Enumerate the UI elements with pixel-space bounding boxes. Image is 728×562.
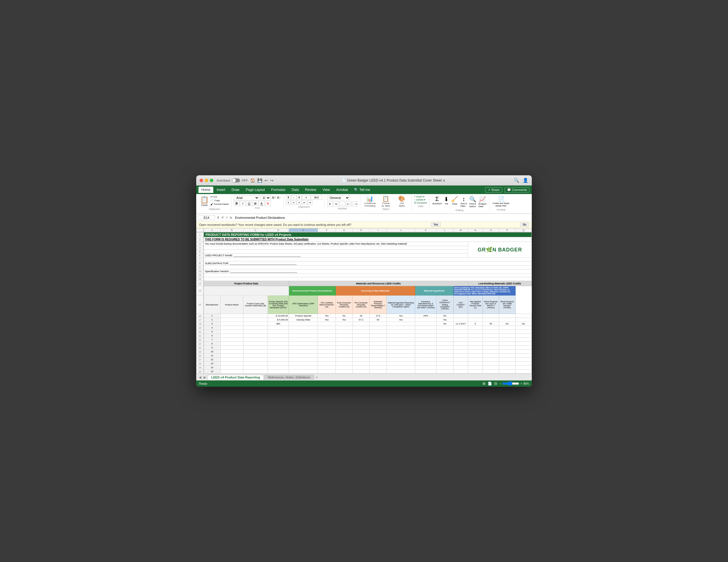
add-sheet-button[interactable]: + (315, 375, 319, 379)
tab-view[interactable]: View (320, 187, 333, 193)
item-3-post-consumer[interactable] (353, 322, 370, 326)
align-top-button[interactable]: ⬆ (286, 195, 291, 200)
item-2-epd-opt[interactable]: Yes (318, 318, 336, 322)
item-1-product-name[interactable] (243, 314, 268, 318)
analyze-data-button[interactable]: 📈 AnalyzeData (478, 195, 487, 208)
align-middle-button[interactable]: ↕ (291, 195, 296, 200)
sheet-tab-next[interactable]: ▶ (203, 375, 207, 379)
item-1-pre-consumer[interactable]: 17.6 (369, 314, 386, 318)
autosum-button[interactable]: Σ AutoSum (432, 195, 442, 208)
format-as-table-button[interactable]: 📋 Formatas Table (379, 195, 393, 207)
format-painter-button[interactable]: 🖌 Format Painter (210, 203, 229, 206)
tab-data[interactable]: Data (289, 187, 301, 193)
cell-reference[interactable] (198, 215, 215, 220)
zoom-slider[interactable] (502, 381, 519, 386)
zoom-out-icon[interactable]: − (499, 382, 501, 385)
sheet-tab-prev[interactable]: ◀ (198, 375, 202, 379)
item-1-cdph[interactable] (453, 314, 468, 318)
item-3-cdph[interactable]: v1.2 2017 (453, 322, 468, 326)
maximize-button[interactable] (210, 179, 213, 182)
row10-content[interactable]: Specification Section: _________________… (204, 270, 532, 274)
autosave-toggle[interactable] (232, 179, 240, 183)
indent-decrease-button[interactable]: ⇤ (302, 200, 307, 205)
item-1-wet[interactable] (483, 314, 499, 318)
item-1-ps[interactable]: Product Specific (289, 314, 318, 318)
item-2-cdph[interactable] (453, 318, 468, 322)
paste-button[interactable]: 📋 Paste (200, 195, 209, 207)
create-share-pdf-button[interactable]: 📄 Create and ShareAdobe PDF (492, 195, 510, 208)
item-2-ulef[interactable] (499, 318, 515, 322)
italic-button[interactable]: I (240, 201, 246, 206)
tab-insert[interactable]: Insert (214, 187, 228, 193)
sort-filter-button[interactable]: ↕ Sort &Filter (460, 195, 467, 208)
format-button[interactable]: ☰Format▾ (414, 202, 427, 204)
font-color-button[interactable]: A (265, 201, 271, 206)
item-3-product-name[interactable] (243, 322, 268, 326)
find-select-button[interactable]: 🔍 Find &Select (469, 195, 477, 208)
tab-draw[interactable]: Draw (229, 187, 242, 193)
tab-formulas[interactable]: Formulas (268, 187, 288, 193)
increase-decimal-button[interactable]: .0→ (346, 202, 351, 207)
decrease-decimal-button[interactable]: .←0 (352, 202, 358, 207)
item-3-extended[interactable] (386, 322, 415, 326)
clear-button[interactable]: 🧹 Clear (450, 195, 459, 208)
item-2-pre-consumer[interactable]: 50 (369, 318, 386, 322)
item-3-ps[interactable] (289, 322, 318, 326)
comments-button[interactable]: 💬 Comments (504, 187, 530, 193)
decrease-font-button[interactable]: A⁻ (277, 196, 281, 200)
item-2-wet[interactable] (483, 318, 499, 322)
normal-view-icon[interactable]: ⊞ (483, 381, 485, 385)
percent-button[interactable]: % (333, 202, 339, 207)
item-3-extracted[interactable]: No (437, 322, 454, 326)
increase-font-button[interactable]: A⁺ (272, 196, 276, 200)
zoom-control[interactable]: − + 96% (499, 381, 529, 386)
item-2-extended[interactable]: Yes (386, 318, 415, 322)
item-1-extracted[interactable]: No (437, 314, 454, 318)
font-size-select[interactable]: 10 (260, 195, 271, 200)
tab-home[interactable]: Home (198, 187, 213, 193)
sheet-tab-references[interactable]: References, Notes, Definitions (264, 375, 314, 379)
item-3-fsc[interactable] (336, 322, 353, 326)
item-3-cost[interactable]: $50 (268, 322, 289, 326)
item-3-carb[interactable]: No (515, 322, 531, 326)
item-2-material-ing[interactable] (415, 318, 437, 322)
align-left-button[interactable]: ≡ (286, 200, 291, 205)
border-button[interactable]: ⊞ (253, 201, 258, 206)
item-2-carb[interactable] (515, 318, 531, 322)
delete-button[interactable]: −Delete▾ (414, 198, 427, 201)
item-1-post-consumer[interactable]: 33 (353, 314, 370, 318)
align-bottom-button[interactable]: ⬇ (297, 195, 302, 200)
row2-content[interactable]: THIS FORM IS REQUIRED TO BE SUBMITTED WI… (204, 237, 532, 242)
cell-styles-button[interactable]: 🎨 CellStyles (394, 195, 409, 207)
item-1-material-ing[interactable]: HPD (415, 314, 437, 318)
item-2-cost[interactable]: $ 5,000.00 (268, 318, 289, 322)
currency-button[interactable]: $ (327, 202, 333, 207)
confirm-icon[interactable]: ✓ (226, 216, 228, 219)
item-1-cost[interactable]: $ 10,000.00 (268, 314, 289, 318)
copy-button[interactable]: 📄 Copy (210, 199, 229, 202)
item-1-extended[interactable]: Yes (386, 314, 415, 318)
comma-button[interactable]: , (340, 202, 345, 207)
align-center-button[interactable]: ≡ (291, 200, 296, 205)
item-3-manufacturer[interactable] (220, 322, 243, 326)
page-layout-icon[interactable]: 📄 (488, 381, 492, 385)
no-button[interactable]: No (520, 223, 529, 227)
zoom-in-icon[interactable]: + (520, 382, 522, 385)
item-3-pre-consumer[interactable] (369, 322, 386, 326)
item-3-material-ing[interactable] (415, 322, 437, 326)
wrap-text-button[interactable]: ≡ (302, 195, 311, 200)
bold-button[interactable]: B (234, 201, 239, 206)
cut-button[interactable]: ✂ Cut (210, 195, 229, 198)
underline-button[interactable]: U (246, 201, 252, 206)
tab-acrobat[interactable]: Acrobat (333, 187, 351, 193)
row1-content[interactable]: PRODUCT DATA REPORTING FORM for LEED v4 … (204, 232, 532, 237)
insert-button[interactable]: +Insert▾ (414, 195, 427, 198)
item-1-fsc[interactable]: No (336, 314, 353, 318)
share-button[interactable]: ↗ Share (485, 187, 502, 193)
item-1-epd-opt[interactable]: Yes (318, 314, 336, 318)
fill-button[interactable]: ⬇ Fill (443, 195, 449, 208)
redo-icon[interactable]: ↪ (270, 178, 274, 183)
minimize-button[interactable] (205, 179, 208, 182)
item-2-manufacturer[interactable] (220, 318, 243, 322)
item-2-extracted[interactable]: Yes (437, 318, 454, 322)
